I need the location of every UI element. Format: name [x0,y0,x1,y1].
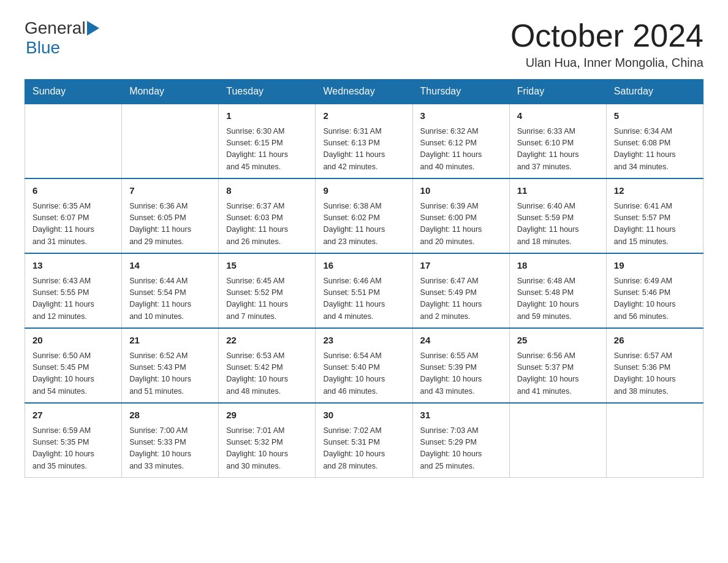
logo-arrow-icon [87,21,99,36]
day-info: Sunrise: 6:34 AM Sunset: 6:08 PM Dayligh… [614,126,696,174]
day-number: 17 [420,259,502,273]
day-info: Sunrise: 6:31 AM Sunset: 6:13 PM Dayligh… [323,126,404,174]
day-of-week-header: Sunday [25,80,122,104]
calendar-cell: 30Sunrise: 7:02 AM Sunset: 5:31 PM Dayli… [316,403,412,478]
day-info: Sunrise: 6:50 AM Sunset: 5:45 PM Dayligh… [32,350,114,398]
day-info: Sunrise: 6:54 AM Sunset: 5:40 PM Dayligh… [323,350,404,398]
calendar-cell [25,104,122,178]
day-info: Sunrise: 6:46 AM Sunset: 5:51 PM Dayligh… [323,275,404,323]
calendar-cell: 12Sunrise: 6:41 AM Sunset: 5:57 PM Dayli… [606,178,703,253]
day-number: 13 [32,259,114,273]
day-number: 21 [129,334,211,348]
day-of-week-header: Monday [122,80,219,104]
logo-general-text: General [25,18,86,38]
day-number: 10 [420,184,502,198]
day-info: Sunrise: 6:56 AM Sunset: 5:37 PM Dayligh… [517,350,599,398]
day-of-week-header: Tuesday [219,80,316,104]
calendar-header-row: SundayMondayTuesdayWednesdayThursdayFrid… [25,80,703,104]
calendar-cell: 31Sunrise: 7:03 AM Sunset: 5:29 PM Dayli… [412,403,509,478]
day-number: 9 [323,184,404,198]
day-info: Sunrise: 6:55 AM Sunset: 5:39 PM Dayligh… [420,350,502,398]
calendar-cell: 28Sunrise: 7:00 AM Sunset: 5:33 PM Dayli… [122,403,219,478]
calendar-cell: 19Sunrise: 6:49 AM Sunset: 5:46 PM Dayli… [606,253,703,328]
day-number: 16 [323,259,404,273]
day-of-week-header: Thursday [412,80,509,104]
day-info: Sunrise: 6:47 AM Sunset: 5:49 PM Dayligh… [420,275,502,323]
day-number: 22 [226,334,308,348]
day-number: 14 [129,259,211,273]
calendar-cell: 21Sunrise: 6:52 AM Sunset: 5:43 PM Dayli… [122,328,219,403]
calendar-week-row: 13Sunrise: 6:43 AM Sunset: 5:55 PM Dayli… [25,253,703,328]
calendar-cell: 11Sunrise: 6:40 AM Sunset: 5:59 PM Dayli… [509,178,606,253]
day-number: 11 [517,184,599,198]
day-info: Sunrise: 6:37 AM Sunset: 6:03 PM Dayligh… [226,201,308,248]
calendar-week-row: 1Sunrise: 6:30 AM Sunset: 6:15 PM Daylig… [25,104,703,178]
calendar-cell: 17Sunrise: 6:47 AM Sunset: 5:49 PM Dayli… [412,253,509,328]
calendar-cell: 23Sunrise: 6:54 AM Sunset: 5:40 PM Dayli… [316,328,412,403]
day-info: Sunrise: 6:57 AM Sunset: 5:36 PM Dayligh… [614,350,696,398]
calendar-cell: 5Sunrise: 6:34 AM Sunset: 6:08 PM Daylig… [606,104,703,178]
calendar-cell: 26Sunrise: 6:57 AM Sunset: 5:36 PM Dayli… [606,328,703,403]
svg-marker-0 [87,21,99,36]
day-info: Sunrise: 7:02 AM Sunset: 5:31 PM Dayligh… [323,425,404,473]
day-of-week-header: Friday [509,80,606,104]
day-number: 19 [614,259,696,273]
day-number: 5 [614,109,696,123]
calendar-cell: 8Sunrise: 6:37 AM Sunset: 6:03 PM Daylig… [219,178,316,253]
day-info: Sunrise: 6:52 AM Sunset: 5:43 PM Dayligh… [129,350,211,398]
day-info: Sunrise: 7:00 AM Sunset: 5:33 PM Dayligh… [129,425,211,473]
calendar-cell: 29Sunrise: 7:01 AM Sunset: 5:32 PM Dayli… [219,403,316,478]
day-info: Sunrise: 6:36 AM Sunset: 6:05 PM Dayligh… [129,201,211,248]
calendar-cell: 24Sunrise: 6:55 AM Sunset: 5:39 PM Dayli… [412,328,509,403]
calendar-cell: 1Sunrise: 6:30 AM Sunset: 6:15 PM Daylig… [219,104,316,178]
day-number: 15 [226,259,308,273]
day-number: 31 [420,408,502,423]
day-info: Sunrise: 6:53 AM Sunset: 5:42 PM Dayligh… [226,350,308,398]
day-number: 24 [420,334,502,348]
day-info: Sunrise: 6:41 AM Sunset: 5:57 PM Dayligh… [614,201,696,248]
day-number: 6 [32,184,114,198]
calendar-cell [509,403,606,478]
day-number: 18 [517,259,599,273]
day-number: 27 [32,408,114,423]
day-number: 4 [517,109,599,123]
day-of-week-header: Wednesday [316,80,412,104]
day-number: 26 [614,334,696,348]
day-info: Sunrise: 6:33 AM Sunset: 6:10 PM Dayligh… [517,126,599,174]
day-number: 3 [420,109,502,123]
day-number: 25 [517,334,599,348]
calendar-week-row: 27Sunrise: 6:59 AM Sunset: 5:35 PM Dayli… [25,403,703,478]
day-info: Sunrise: 6:30 AM Sunset: 6:15 PM Dayligh… [226,126,308,174]
calendar-cell: 20Sunrise: 6:50 AM Sunset: 5:45 PM Dayli… [25,328,122,403]
day-number: 1 [226,109,308,123]
calendar-cell [606,403,703,478]
day-number: 30 [323,408,404,423]
calendar-week-row: 6Sunrise: 6:35 AM Sunset: 6:07 PM Daylig… [25,178,703,253]
calendar-cell: 18Sunrise: 6:48 AM Sunset: 5:48 PM Dayli… [509,253,606,328]
calendar-cell: 13Sunrise: 6:43 AM Sunset: 5:55 PM Dayli… [25,253,122,328]
calendar-cell: 10Sunrise: 6:39 AM Sunset: 6:00 PM Dayli… [412,178,509,253]
day-number: 23 [323,334,404,348]
day-number: 29 [226,408,308,423]
calendar-cell: 2Sunrise: 6:31 AM Sunset: 6:13 PM Daylig… [316,104,412,178]
day-info: Sunrise: 6:39 AM Sunset: 6:00 PM Dayligh… [420,201,502,248]
calendar-cell: 27Sunrise: 6:59 AM Sunset: 5:35 PM Dayli… [25,403,122,478]
month-title: October 2024 [510,18,703,53]
day-number: 12 [614,184,696,198]
calendar-cell: 15Sunrise: 6:45 AM Sunset: 5:52 PM Dayli… [219,253,316,328]
day-info: Sunrise: 6:44 AM Sunset: 5:54 PM Dayligh… [129,275,211,323]
logo: General Blue [25,18,100,58]
day-info: Sunrise: 6:49 AM Sunset: 5:46 PM Dayligh… [614,275,696,323]
day-number: 8 [226,184,308,198]
title-section: October 2024 Ulan Hua, Inner Mongolia, C… [510,18,703,70]
calendar-cell: 14Sunrise: 6:44 AM Sunset: 5:54 PM Dayli… [122,253,219,328]
calendar-cell [122,104,219,178]
day-number: 2 [323,109,404,123]
logo-blue-text: Blue [26,38,60,58]
day-number: 20 [32,334,114,348]
day-info: Sunrise: 6:35 AM Sunset: 6:07 PM Dayligh… [32,201,114,248]
calendar-week-row: 20Sunrise: 6:50 AM Sunset: 5:45 PM Dayli… [25,328,703,403]
calendar-cell: 4Sunrise: 6:33 AM Sunset: 6:10 PM Daylig… [509,104,606,178]
day-info: Sunrise: 6:45 AM Sunset: 5:52 PM Dayligh… [226,275,308,323]
day-info: Sunrise: 7:03 AM Sunset: 5:29 PM Dayligh… [420,425,502,473]
